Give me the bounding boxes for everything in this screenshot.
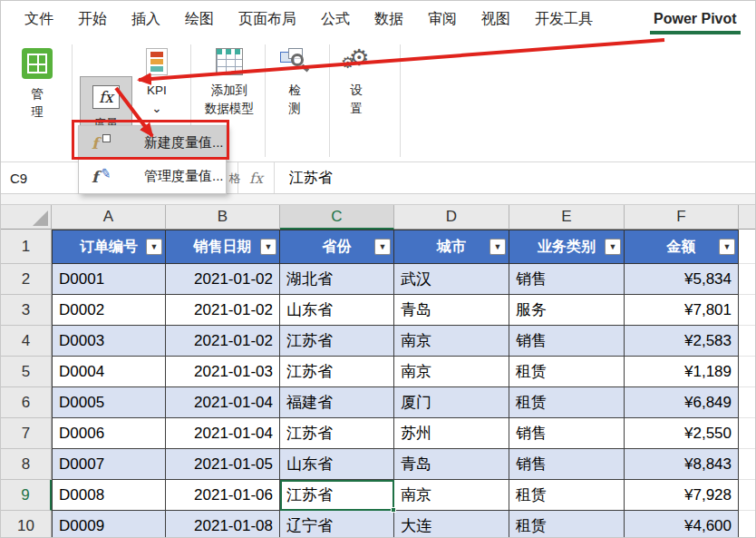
col-header-A[interactable]: A	[52, 205, 166, 230]
cell-D9[interactable]: 南京	[394, 480, 509, 511]
cell-C8[interactable]: 山东省	[280, 449, 394, 480]
cell-B10[interactable]: 2021-01-08	[166, 511, 280, 538]
tab-review[interactable]: 审阅	[417, 1, 468, 37]
selection-fill-handle[interactable]	[391, 507, 396, 513]
cell-E6[interactable]: 租赁	[509, 387, 625, 418]
tab-developer[interactable]: 开发工具	[524, 1, 604, 37]
row-header-8[interactable]: 8	[1, 449, 52, 480]
cell-C6[interactable]: 福建省	[280, 387, 394, 418]
cell-D2[interactable]: 武汉	[394, 264, 509, 295]
cell-F5[interactable]: ¥1,189	[625, 357, 739, 387]
row-header-5[interactable]: 5	[1, 357, 52, 387]
header-cell-D: 城市▼	[394, 230, 509, 264]
cell-F6[interactable]: ¥6,849	[625, 387, 739, 418]
tab-insert[interactable]: 插入	[121, 1, 171, 37]
tab-home[interactable]: 开始	[67, 1, 118, 37]
manage-data-model-button[interactable]: 管理	[8, 42, 66, 162]
cell-E7[interactable]: 销售	[509, 418, 625, 449]
tab-power-pivot[interactable]: Power Pivot	[643, 1, 748, 37]
cell-F10[interactable]: ¥4,600	[625, 511, 739, 538]
cell-F8[interactable]: ¥8,843	[625, 449, 739, 480]
insert-function-icon[interactable]: fx	[238, 162, 275, 193]
row-header-7[interactable]: 7	[1, 418, 52, 449]
row-header-10[interactable]: 10	[1, 511, 52, 538]
cell-C9[interactable]: 江苏省	[280, 480, 394, 511]
cell-A4[interactable]: D0003	[52, 326, 166, 357]
cell-B5[interactable]: 2021-01-03	[166, 357, 280, 387]
detect-button[interactable]: 检测	[269, 42, 320, 162]
cell-C2[interactable]: 湖北省	[280, 264, 394, 295]
cell-A8[interactable]: D0007	[52, 449, 166, 480]
row-header-3[interactable]: 3	[1, 295, 52, 326]
cell-D5[interactable]: 南京	[394, 357, 509, 387]
cell-B3[interactable]: 2021-01-02	[166, 295, 280, 326]
col-header-B[interactable]: B	[166, 205, 280, 230]
cell-C5[interactable]: 江苏省	[280, 357, 394, 387]
cell-A10[interactable]: D0009	[52, 511, 166, 538]
cell-A6[interactable]: D0005	[52, 387, 166, 418]
cell-A9[interactable]: D0008	[52, 480, 166, 511]
cell-C3[interactable]: 山东省	[280, 295, 394, 326]
tab-draw[interactable]: 绘图	[174, 1, 225, 37]
cell-B6[interactable]: 2021-01-04	[166, 387, 280, 418]
settings-button[interactable]: ⚙⚙ 设置	[333, 42, 380, 162]
cell-F3[interactable]: ¥7,801	[625, 295, 739, 326]
tab-data[interactable]: 数据	[363, 1, 414, 37]
cell-A2[interactable]: D0001	[52, 264, 166, 295]
cell-D7[interactable]: 苏州	[394, 418, 509, 449]
menu-item-manage-measures[interactable]: f✎ 管理度量值...	[79, 160, 226, 193]
cell-D3[interactable]: 青岛	[394, 295, 509, 326]
cell-F9[interactable]: ¥7,928	[625, 480, 739, 511]
cell-C4[interactable]: 江苏省	[280, 326, 394, 357]
row-header-4[interactable]: 4	[1, 326, 52, 357]
formula-input[interactable]: 江苏省	[275, 162, 755, 193]
cell-E8[interactable]: 销售	[509, 449, 625, 480]
filter-button-B[interactable]: ▼	[260, 239, 276, 255]
cell-F7[interactable]: ¥2,550	[625, 418, 739, 449]
cell-B9[interactable]: 2021-01-06	[166, 480, 280, 511]
cell-E5[interactable]: 租赁	[509, 357, 625, 387]
worksheet-grid: ABCDEF1订单编号▼销售日期▼省份▼城市▼业务类别▼金额▼2D0001202…	[1, 205, 755, 538]
cell-F2[interactable]: ¥5,834	[625, 264, 739, 295]
row-header-9[interactable]: 9	[1, 480, 52, 511]
cell-E3[interactable]: 服务	[509, 295, 625, 326]
row-header-1[interactable]: 1	[1, 230, 52, 264]
select-all-corner[interactable]	[1, 205, 52, 230]
cell-E2[interactable]: 销售	[509, 264, 625, 295]
cell-D4[interactable]: 南京	[394, 326, 509, 357]
cell-B2[interactable]: 2021-01-02	[166, 264, 280, 295]
cell-A7[interactable]: D0006	[52, 418, 166, 449]
cell-B8[interactable]: 2021-01-05	[166, 449, 280, 480]
filter-button-E[interactable]: ▼	[605, 239, 621, 255]
cell-A5[interactable]: D0004	[52, 357, 166, 387]
row-header-6[interactable]: 6	[1, 387, 52, 418]
col-header-E[interactable]: E	[509, 205, 625, 230]
row-header-2[interactable]: 2	[1, 264, 52, 295]
cell-D10[interactable]: 大连	[394, 511, 509, 538]
cell-B4[interactable]: 2021-01-02	[166, 326, 280, 357]
tab-view[interactable]: 视图	[470, 1, 521, 37]
cell-C7[interactable]: 江苏省	[280, 418, 394, 449]
cell-E9[interactable]: 租赁	[509, 480, 625, 511]
col-header-D[interactable]: D	[394, 205, 509, 230]
header-cell-label: 销售日期	[194, 238, 252, 257]
table-row-5: 5D00042021-01-03江苏省南京租赁¥1,189	[1, 357, 755, 387]
col-header-F[interactable]: F	[625, 205, 739, 230]
tab-formulas[interactable]: 公式	[310, 1, 361, 37]
filter-button-A[interactable]: ▼	[146, 239, 162, 255]
filter-button-F[interactable]: ▼	[719, 239, 735, 255]
cell-B7[interactable]: 2021-01-04	[166, 418, 280, 449]
filter-button-D[interactable]: ▼	[489, 239, 506, 255]
cell-F4[interactable]: ¥2,583	[625, 326, 739, 357]
cell-D6[interactable]: 厦门	[394, 387, 509, 418]
cell-E10[interactable]: 租赁	[509, 511, 625, 538]
filter-button-C[interactable]: ▼	[374, 239, 391, 255]
tab-page-layout[interactable]: 页面布局	[228, 1, 307, 37]
cell-C10[interactable]: 辽宁省	[280, 511, 394, 538]
row-partial-cell	[739, 326, 755, 357]
cell-E4[interactable]: 销售	[509, 326, 625, 357]
tab-file[interactable]: 文件	[14, 1, 64, 37]
cell-A3[interactable]: D0002	[52, 295, 166, 326]
col-header-C[interactable]: C	[280, 205, 394, 230]
cell-D8[interactable]: 青岛	[394, 449, 509, 480]
